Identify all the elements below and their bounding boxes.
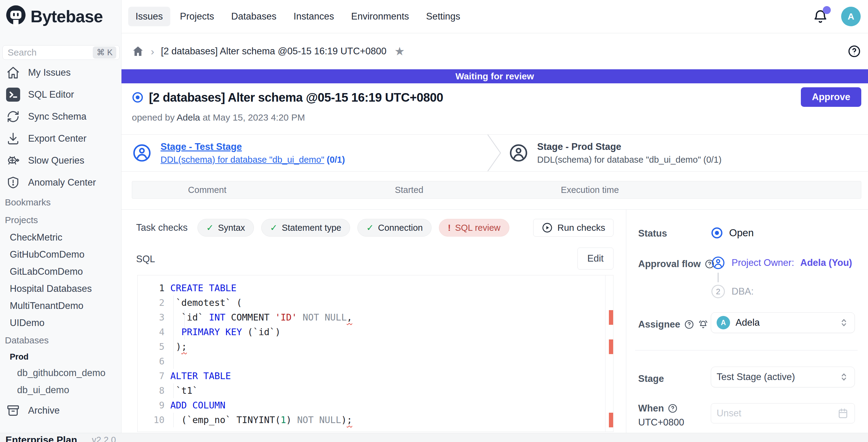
check-pill-sql-review[interactable]: !SQL review [439, 219, 509, 236]
sidebar-item-sync-schema[interactable]: Sync Schema [0, 106, 121, 128]
sidebar-item-label: Archive [28, 405, 60, 416]
sidebar-section-databases[interactable]: Databases [0, 332, 121, 349]
code-line[interactable]: 10 (`emp_no` TINYINT(1) NOT NULL); [138, 413, 613, 428]
status-banner: Waiting for review [121, 69, 868, 83]
search-box[interactable]: ⌘ K [2, 45, 120, 60]
avatar[interactable]: A [841, 7, 861, 26]
when-date-input-wrap[interactable] [711, 403, 855, 423]
stage-task-text: DDL(schema) for database "db_ui_demo" [160, 155, 324, 164]
tab-environments[interactable]: Environments [344, 7, 416, 26]
calendar-icon[interactable] [837, 407, 849, 419]
code-line[interactable]: 6 [138, 354, 613, 369]
tab-databases[interactable]: Databases [224, 7, 284, 26]
code-line[interactable]: 9ADD COLUMN [138, 398, 613, 413]
approval-flow-label: Approval flow [638, 258, 715, 270]
when-date-input[interactable] [717, 408, 837, 419]
check-pill-statement-type[interactable]: ✓Statement type [261, 219, 350, 236]
stage-task-count: (0/1) [704, 155, 722, 164]
sidebar-item-project[interactable]: CheckMetric [0, 229, 121, 246]
stage-flow: Stage - Test Stage DDL(schema) for datab… [121, 134, 868, 171]
column-header-comment: Comment [188, 185, 226, 195]
sidebar-section-projects[interactable]: Projects [0, 211, 121, 229]
bell-ring-icon[interactable] [698, 319, 708, 330]
code-line[interactable]: 1CREATE TABLE [138, 281, 613, 295]
sql-editor[interactable]: 1CREATE TABLE2 `demotest` (3 `id` INT CO… [137, 275, 614, 432]
tab-issues[interactable]: Issues [128, 7, 170, 26]
sidebar-item-label: Anomaly Center [28, 177, 96, 188]
sidebar-item-sql-editor[interactable]: SQL Editor [0, 84, 121, 106]
column-header-execution-time: Execution time [561, 185, 619, 195]
sidebar-item-label: SQL Editor [28, 89, 74, 100]
sidebar-item-project[interactable]: UIDemo [0, 314, 121, 332]
brand-name: Bytebase [31, 7, 103, 26]
stage-select[interactable]: Test Stage (active) [711, 367, 855, 387]
sidebar-item-database[interactable]: db_githubcom_demo [0, 365, 121, 382]
code-line[interactable]: 2 `demotest` ( [138, 295, 613, 310]
sidebar-item-my-issues[interactable]: My Issues [0, 62, 121, 84]
edit-sql-button[interactable]: Edit [578, 248, 614, 270]
search-input[interactable] [8, 47, 93, 58]
code-line[interactable]: 3 `id` INT COMMENT 'ID' NOT NULL, [138, 310, 613, 325]
top-bar-right: A [812, 7, 868, 26]
code-area[interactable]: 1CREATE TABLE2 `demotest` (3 `id` INT CO… [138, 275, 613, 432]
assignee-label: Assignee [638, 319, 708, 330]
code-line[interactable]: 7ALTER TABLE [138, 369, 613, 383]
tab-instances[interactable]: Instances [286, 7, 342, 26]
check-pass-icon: ✓ [206, 223, 214, 233]
home-icon[interactable] [132, 45, 144, 57]
notifications-button[interactable] [812, 8, 828, 24]
code-text: PRIMARY KEY (`id`) [170, 325, 601, 340]
sidebar-item-slow-queries[interactable]: Slow Queries [0, 150, 121, 171]
help-icon[interactable] [847, 44, 861, 58]
task-checks-row: Task checks ✓Syntax ✓Statement type ✓Con… [136, 219, 509, 236]
environment-label-prod: Prod [0, 349, 121, 365]
line-number: 4 [138, 325, 164, 340]
stage-label-text: Stage [638, 373, 664, 384]
sidebar-item-export-center[interactable]: Export Center [0, 128, 121, 150]
search-shortcut-kbd: ⌘ K [93, 46, 116, 59]
opened-middle: at [203, 112, 210, 122]
code-line[interactable]: 5 ); [138, 340, 613, 354]
sidebar-item-project[interactable]: GitLabComDemo [0, 263, 121, 280]
sidebar-item-project[interactable]: GitHubComDemo [0, 246, 121, 263]
sidebar-item-anomaly-center[interactable]: Anomaly Center [0, 171, 121, 193]
run-checks-button[interactable]: Run checks [533, 219, 614, 236]
when-label: When [638, 403, 678, 414]
sidebar-item-project[interactable]: Hospital Databases [0, 280, 121, 297]
open-status-icon [711, 227, 723, 239]
check-pill-syntax[interactable]: ✓Syntax [197, 219, 254, 236]
panel-divider [635, 350, 858, 350]
stage-value: Test Stage (active) [717, 372, 839, 382]
check-pill-connection[interactable]: ✓Connection [358, 219, 432, 236]
assignee-value: Adela [736, 317, 839, 328]
approval-connector [717, 273, 719, 282]
stage-title-link[interactable]: Stage - Test Stage [160, 141, 345, 152]
assignee-select[interactable]: A Adela [711, 312, 855, 333]
help-icon[interactable] [684, 319, 694, 330]
line-number: 9 [138, 398, 164, 413]
sidebar-section-bookmarks[interactable]: Bookmarks [0, 193, 121, 211]
sidebar-item-label: Sync Schema [28, 111, 86, 122]
tab-projects[interactable]: Projects [173, 7, 222, 26]
approval-step-2: 2 DBA: [711, 285, 753, 298]
code-text: CREATE TABLE [170, 281, 601, 295]
star-icon[interactable]: ★ [394, 44, 405, 58]
brand-logo[interactable]: Bytebase [4, 5, 103, 28]
approval-user[interactable]: Adela (You) [800, 257, 852, 268]
code-line[interactable]: 4 PRIMARY KEY (`id`) [138, 325, 613, 340]
chevron-up-down-icon [839, 317, 849, 328]
help-icon[interactable] [668, 403, 678, 414]
approve-button[interactable]: Approve [801, 87, 861, 107]
code-text: ALTER TABLE [170, 369, 601, 383]
tab-settings[interactable]: Settings [419, 7, 468, 26]
stage-test[interactable]: Stage - Test Stage DDL(schema) for datab… [121, 141, 487, 165]
check-label: Statement type [282, 223, 341, 233]
sidebar-item-archive[interactable]: Archive [0, 399, 121, 422]
code-line[interactable]: 8 `t1` [138, 383, 613, 398]
check-pass-icon: ✓ [366, 223, 374, 233]
sidebar-item-project[interactable]: MultiTenantDemo [0, 297, 121, 314]
check-label: SQL review [455, 223, 500, 233]
sidebar-item-database[interactable]: db_ui_demo [0, 382, 121, 399]
stage-task-link[interactable]: DDL(schema) for database "db_ui_demo" (0… [160, 155, 345, 165]
stage-prod[interactable]: Stage - Prod Stage DDL(schema) for datab… [508, 141, 721, 165]
